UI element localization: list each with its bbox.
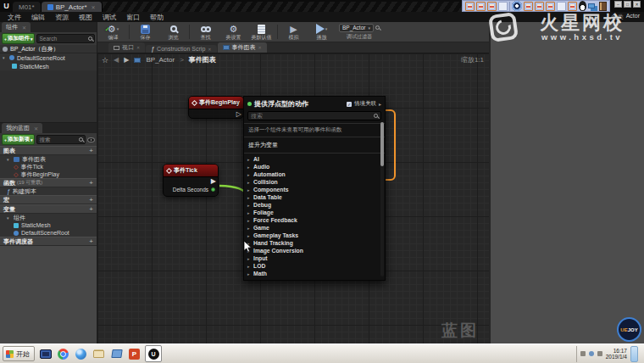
section-event-dispatchers[interactable]: 事件调度器 +	[0, 237, 97, 246]
recorder-tool-icon[interactable]	[498, 2, 508, 11]
expander-icon[interactable]: ▾	[3, 55, 7, 60]
menu-view[interactable]: 视图	[74, 13, 97, 22]
tab-my-blueprint[interactable]: 我的蓝图 ✕	[2, 123, 42, 133]
tray-icon[interactable]	[597, 351, 602, 356]
component-self-row[interactable]: BP_Actor（自身）	[0, 45, 97, 53]
save-button[interactable]: 保存	[131, 22, 159, 42]
expander-icon[interactable]: ▾	[7, 157, 11, 162]
qq-penguin-icon[interactable]	[579, 1, 586, 11]
close-icon[interactable]: ✕	[258, 45, 262, 50]
close-icon[interactable]: ✕	[22, 25, 26, 31]
components-search-input[interactable]	[39, 36, 88, 42]
category-item[interactable]: ▸Debug	[244, 201, 385, 209]
expander-icon[interactable]: ▾	[7, 215, 11, 221]
taskbar-clock[interactable]: 16:17 2019/1/4	[606, 348, 627, 360]
play-button[interactable]: ▾ 播放	[308, 22, 336, 42]
taskbar-item-media-player[interactable]	[38, 347, 53, 361]
titlebar-stripes[interactable]	[103, 2, 462, 12]
visibility-eye-icon[interactable]	[87, 137, 95, 142]
category-item[interactable]: ▸LOD	[244, 262, 385, 270]
category-item[interactable]: ▸Foliage	[244, 209, 385, 216]
menu-window[interactable]: 窗口	[121, 13, 145, 22]
component-row-sceneroot[interactable]: ▾ DefaultSceneRoot	[0, 53, 97, 62]
chevron-right-icon[interactable]: ▸	[379, 101, 381, 107]
close-icon[interactable]: ✕	[208, 47, 211, 52]
add-variable-icon[interactable]: +	[89, 205, 93, 213]
section-functions[interactable]: 函数 (19 可重载) +	[0, 178, 97, 187]
nav-forward-icon[interactable]: ▶	[124, 56, 129, 64]
category-item[interactable]: ▸Automation	[244, 170, 385, 178]
my-blueprint-search-input[interactable]	[39, 137, 79, 142]
close-button[interactable]: ✕	[633, 1, 641, 8]
tab-components[interactable]: 组件 ✕	[2, 22, 31, 32]
taskbar-item-documents[interactable]	[109, 347, 124, 361]
recorder-tool-icon[interactable]	[568, 2, 577, 11]
asset-window-tab[interactable]: BP_Actor* ✕	[42, 2, 103, 12]
category-item[interactable]: ▸Math	[244, 270, 385, 277]
exec-output-pin[interactable]: ▷	[236, 111, 242, 118]
category-item[interactable]: ▸Data Table	[244, 193, 385, 201]
recorder-tool-icon[interactable]	[487, 2, 497, 11]
list-item-event-beginplay[interactable]: ◇ 事件BeginPlay	[0, 170, 97, 178]
context-menu-search-input[interactable]	[251, 113, 374, 119]
section-macros[interactable]: 宏 +	[0, 195, 97, 204]
menu-debug[interactable]: 调试	[97, 13, 121, 22]
class-defaults-button[interactable]: 类默认值	[247, 22, 275, 42]
context-sensitive-checkbox[interactable]: ✓	[347, 102, 352, 107]
recorder-tool-icon[interactable]	[535, 2, 544, 11]
close-icon[interactable]: ✕	[34, 126, 38, 131]
float-output-pin[interactable]	[211, 187, 215, 192]
add-new-button[interactable]: + 添加新项 ▾	[2, 134, 35, 145]
close-tab-icon[interactable]: ✕	[92, 4, 96, 10]
compass-icon[interactable]	[512, 1, 522, 11]
recorder-tool-icon[interactable]	[476, 2, 486, 11]
recorder-tool-icon[interactable]	[557, 2, 566, 11]
taskbar-item-chrome[interactable]	[56, 347, 70, 361]
category-item[interactable]: ▸Force Feedback	[244, 216, 385, 224]
category-item[interactable]: ▸Components	[244, 186, 385, 193]
list-item-var-sceneroot[interactable]: DefaultSceneRoot	[0, 229, 97, 237]
add-graph-icon[interactable]: +	[89, 147, 93, 154]
browse-button[interactable]: 浏览	[159, 22, 187, 42]
add-function-icon[interactable]: +	[89, 179, 93, 187]
my-blueprint-search[interactable]	[36, 135, 86, 144]
list-item-eventgraph[interactable]: ▾ 事件图表	[0, 155, 97, 163]
tray-icon[interactable]	[589, 351, 594, 356]
recorder-tool-icon[interactable]	[465, 2, 475, 11]
category-item[interactable]: ▸Collision	[244, 178, 385, 186]
show-desktop-button[interactable]	[630, 346, 638, 362]
category-item[interactable]: ▸Audio	[244, 163, 385, 170]
promote-to-variable-item[interactable]: 提升为变量	[244, 137, 385, 154]
compile-button[interactable]: ⚙✓▾ 编译	[99, 22, 127, 42]
variables-components-group[interactable]: ▾ 组件	[0, 214, 97, 221]
debug-search-icon[interactable]	[375, 25, 380, 30]
category-item[interactable]: ▸Hand Tracking	[244, 239, 385, 247]
bookmark-star-icon[interactable]: ☆	[102, 56, 108, 64]
maximize-button[interactable]: □	[624, 1, 631, 8]
tab-event-graph[interactable]: 事件图表 ✕	[218, 42, 267, 53]
menu-asset[interactable]: 资源	[50, 13, 74, 22]
taskbar-item-browser[interactable]	[74, 347, 88, 361]
section-graphs[interactable]: 图表 +	[0, 146, 97, 155]
category-item[interactable]: ▸Image Conversion	[244, 247, 385, 254]
dual-monitor-icon[interactable]	[588, 3, 595, 8]
category-item[interactable]: ▸Game	[244, 224, 385, 232]
add-component-button[interactable]: + 添加组件 ▾	[2, 33, 35, 44]
simulate-button[interactable]: ▶ 模拟	[280, 22, 308, 42]
node-event-tick[interactable]: 事件Tick ▶ Delta Seconds	[163, 164, 219, 197]
class-settings-button[interactable]: ⚙ 类设置	[219, 22, 247, 42]
minimize-button[interactable]: –	[614, 1, 622, 8]
category-item[interactable]: ▸Input	[244, 254, 385, 262]
exit-door-icon[interactable]	[599, 2, 607, 11]
find-button[interactable]: 查找	[192, 22, 219, 42]
project-window-tab[interactable]: M01*	[13, 2, 42, 12]
menu-edit[interactable]: 编辑	[26, 13, 50, 22]
recorder-tool-icon[interactable]	[546, 2, 555, 11]
recorder-tool-icon[interactable]	[524, 2, 533, 11]
context-menu-scrollbar[interactable]	[380, 122, 384, 276]
tray-icon[interactable]	[580, 351, 586, 356]
taskbar-item-folder[interactable]	[92, 347, 106, 361]
menu-file[interactable]: 文件	[3, 13, 26, 22]
taskbar-item-unreal-active[interactable]: U	[145, 345, 162, 362]
node-event-beginplay[interactable]: 事件BeginPlay ▷	[188, 96, 244, 119]
